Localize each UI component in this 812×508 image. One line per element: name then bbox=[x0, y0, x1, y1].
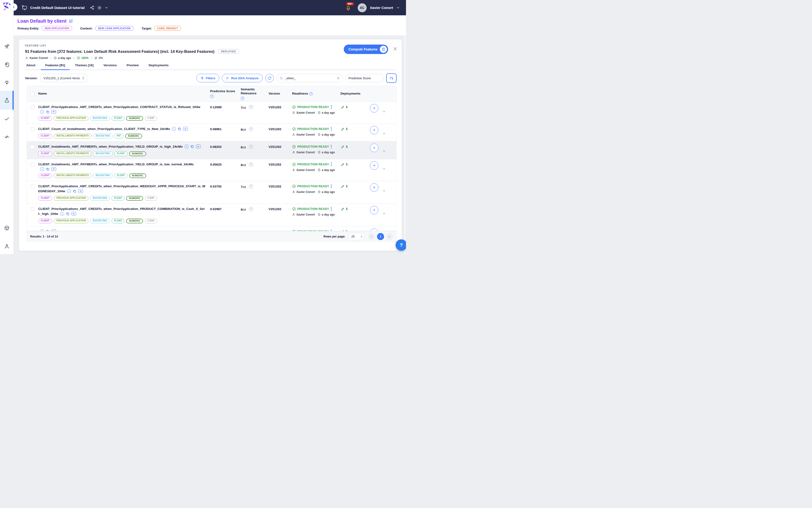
id-icon[interactable]: ID bbox=[183, 127, 188, 131]
row-checkbox[interactable] bbox=[31, 163, 35, 167]
share-icon[interactable] bbox=[90, 5, 94, 10]
search-box[interactable] bbox=[276, 74, 343, 82]
table-row[interactable]: CLIENT_Installments_AMT_PAYMENTs_when_Pr… bbox=[27, 141, 396, 159]
table-row[interactable]: CLIENT_Count_of_Installments_when_PriorA… bbox=[27, 124, 396, 141]
expand-chevron-icon[interactable] bbox=[382, 167, 386, 171]
tab-deployments[interactable]: Deployments bbox=[148, 64, 169, 70]
tab-versions[interactable]: Versions bbox=[103, 64, 118, 70]
id-icon[interactable]: ID bbox=[51, 167, 56, 171]
expand-chevron-icon[interactable] bbox=[382, 212, 386, 215]
brain-gear-icon[interactable] bbox=[0, 58, 14, 72]
context-pill[interactable]: NEW LOAN APPLICATION bbox=[95, 26, 134, 31]
workspace-title[interactable]: Credit Default Dataset UI tutorial bbox=[30, 6, 85, 10]
semantic-question-icon[interactable]: ? bbox=[249, 163, 253, 167]
copy-icon[interactable] bbox=[178, 127, 182, 131]
feature-name[interactable]: CLIENT_PriorApplications_AMT_CREDITs_whe… bbox=[38, 105, 200, 109]
refresh-icon[interactable] bbox=[265, 74, 274, 82]
telescope-icon[interactable] bbox=[0, 40, 14, 53]
notifications-bell-icon[interactable]: 999+ bbox=[346, 5, 351, 11]
tab-preview[interactable]: Preview bbox=[126, 64, 139, 70]
row-checkbox[interactable] bbox=[31, 184, 35, 189]
compute-features-button[interactable]: Compute Features bbox=[344, 45, 388, 54]
header-version[interactable]: Version bbox=[269, 90, 292, 97]
copy-icon[interactable] bbox=[66, 212, 70, 216]
sort-field-select[interactable]: Predictive Score bbox=[346, 74, 384, 82]
info-icon[interactable]: i bbox=[67, 189, 71, 193]
filters-button[interactable]: Filters bbox=[196, 74, 220, 82]
info-icon[interactable]: i bbox=[40, 229, 44, 231]
id-icon[interactable]: ID bbox=[51, 229, 56, 231]
workspace-chevron-down-icon[interactable] bbox=[105, 6, 108, 9]
id-icon[interactable]: ID bbox=[51, 110, 56, 114]
flask-icon[interactable] bbox=[0, 91, 14, 110]
header-readiness[interactable]: Readiness? bbox=[292, 90, 341, 97]
cube-icon[interactable] bbox=[0, 221, 14, 235]
add-button[interactable]: + bbox=[370, 143, 378, 152]
add-button[interactable]: + bbox=[370, 183, 378, 192]
primary-entity-pill[interactable]: NEW APPLICATION bbox=[42, 26, 72, 31]
semantic-question-icon[interactable]: ? bbox=[249, 105, 253, 109]
table-row[interactable]: iID ? PRODUCTION READY 1 bbox=[27, 226, 396, 231]
select-all-checkbox[interactable] bbox=[31, 92, 35, 96]
semantic-question-icon[interactable]: ? bbox=[249, 184, 253, 188]
run-eda-button[interactable]: Run EDA Analysis bbox=[222, 74, 263, 82]
kebab-menu-icon[interactable] bbox=[331, 105, 332, 109]
version-select[interactable]: V251202_1 (Current Version) bbox=[40, 74, 87, 82]
kebab-menu-icon[interactable] bbox=[331, 184, 332, 188]
info-icon[interactable]: i bbox=[40, 110, 44, 114]
info-icon[interactable]: i bbox=[185, 144, 189, 149]
expand-chevron-icon[interactable] bbox=[382, 132, 386, 135]
table-row[interactable]: CLIENT_Installments_AMT_PAYMENTs_when_Pr… bbox=[27, 159, 396, 181]
sort-direction-button[interactable] bbox=[386, 73, 397, 83]
tab-features-91[interactable]: Features [91] bbox=[45, 64, 66, 70]
kebab-menu-icon[interactable] bbox=[331, 127, 332, 131]
settings-gear-icon[interactable] bbox=[97, 5, 102, 10]
row-checkbox[interactable] bbox=[31, 145, 35, 149]
user-icon[interactable] bbox=[0, 239, 14, 253]
target-pill[interactable]: LOAN_DEFAULT bbox=[154, 26, 181, 31]
feature-name[interactable]: CLIENT_Installments_AMT_PAYMENTs_when_Pr… bbox=[38, 163, 193, 166]
add-button[interactable]: + bbox=[370, 126, 378, 134]
score-help-icon[interactable]: ? bbox=[210, 94, 214, 98]
kebab-menu-icon[interactable] bbox=[331, 145, 332, 149]
edit-icon[interactable] bbox=[69, 19, 73, 23]
copy-icon[interactable] bbox=[190, 144, 194, 149]
expand-chevron-icon[interactable] bbox=[382, 189, 386, 193]
rows-per-page-select[interactable]: 25 bbox=[349, 233, 365, 240]
help-button[interactable]: ? bbox=[396, 239, 406, 251]
header-semantic-relevance[interactable]: Semantic Relevance? bbox=[241, 86, 269, 102]
id-icon[interactable]: ID bbox=[196, 144, 200, 149]
table-row[interactable]: CLIENT_PriorApplications_AMT_CREDITs_whe… bbox=[27, 102, 396, 124]
prev-page-button[interactable] bbox=[368, 233, 375, 240]
add-button[interactable]: + bbox=[370, 228, 378, 231]
sidebar-expand-button[interactable] bbox=[10, 3, 17, 11]
user-chevron-down-icon[interactable] bbox=[396, 6, 400, 9]
expand-chevron-icon[interactable] bbox=[382, 149, 386, 153]
current-page-button[interactable]: 1 bbox=[377, 233, 384, 240]
tab-themes-16[interactable]: Themes [16] bbox=[74, 64, 94, 70]
lightbulb-icon[interactable] bbox=[0, 76, 14, 90]
add-button[interactable]: + bbox=[370, 206, 378, 214]
close-icon[interactable] bbox=[393, 46, 398, 51]
copy-icon[interactable] bbox=[46, 229, 50, 231]
add-button[interactable]: + bbox=[370, 104, 378, 113]
checkmark-icon[interactable] bbox=[0, 112, 14, 126]
expand-chevron-icon[interactable] bbox=[382, 110, 386, 114]
info-icon[interactable]: i bbox=[60, 212, 64, 216]
table-row[interactable]: CLIENT_PriorApplications_AMT_CREDITs_whe… bbox=[27, 204, 396, 226]
row-checkbox[interactable] bbox=[31, 207, 35, 211]
kebab-menu-icon[interactable] bbox=[331, 207, 332, 211]
info-icon[interactable]: i bbox=[40, 167, 44, 171]
search-input[interactable] bbox=[285, 76, 335, 80]
scrollbar-track[interactable] bbox=[404, 15, 406, 254]
header-predictive-score[interactable]: Predictive Score? bbox=[210, 88, 241, 99]
tab-about[interactable]: About bbox=[26, 64, 36, 70]
table-row[interactable]: CLIENT_PriorApplications_AMT_CREDITs_whe… bbox=[27, 181, 396, 204]
semantic-help-icon[interactable]: ? bbox=[241, 97, 244, 100]
copy-icon[interactable] bbox=[73, 189, 77, 193]
semantic-question-icon[interactable]: ? bbox=[249, 127, 253, 131]
clear-search-icon[interactable] bbox=[337, 77, 340, 80]
feature-name[interactable]: CLIENT_PriorApplications_AMT_CREDITs_whe… bbox=[38, 184, 206, 193]
id-icon[interactable]: ID bbox=[72, 212, 76, 216]
kebab-menu-icon[interactable] bbox=[331, 163, 332, 166]
